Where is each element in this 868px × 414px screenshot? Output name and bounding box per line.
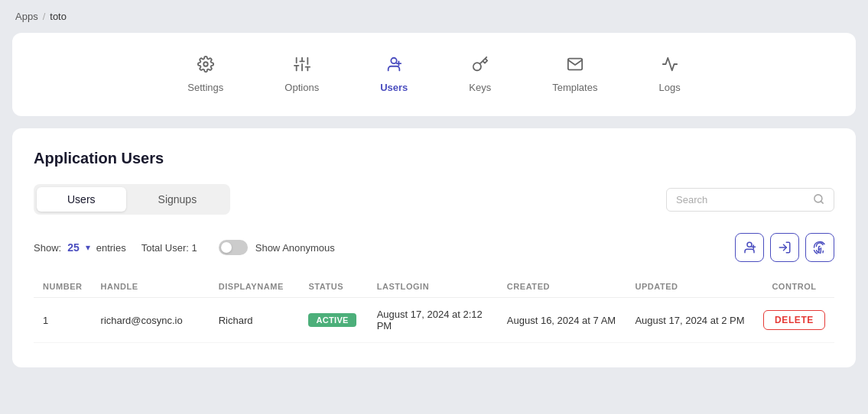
cell-updated: August 17, 2024 at 2 PM (626, 298, 754, 343)
add-user-button[interactable] (735, 233, 764, 262)
cell-handle: richard@cosync.io (92, 298, 210, 343)
total-user-label: Total User: 1 (141, 242, 197, 254)
col-header-updated: UPDATED (626, 276, 754, 298)
tab-signups[interactable]: Signups (128, 187, 228, 212)
fingerprint-button[interactable] (805, 233, 834, 262)
activity-icon (662, 56, 678, 77)
nav-label-options: Options (284, 82, 319, 93)
tab-users[interactable]: Users (37, 187, 126, 212)
col-header-status: STATUS (299, 276, 367, 298)
nav-item-options[interactable]: Options (254, 48, 349, 101)
users-table: NUMBER HANDLE DISPLAYNAME STATUS LASTLOG… (34, 276, 834, 343)
controls-left: Show: 25 ▾ entries Total User: 1 Show An… (34, 240, 335, 255)
col-header-created: CREATED (498, 276, 626, 298)
entries-label: entries (96, 242, 126, 254)
show-label: Show: (34, 242, 61, 254)
key-icon (472, 56, 489, 77)
nav-item-settings[interactable]: Settings (157, 48, 254, 101)
nav-card: Settings Options (12, 33, 856, 116)
controls-row: Show: 25 ▾ entries Total User: 1 Show An… (34, 233, 834, 262)
breadcrumb: Apps / toto (0, 0, 868, 33)
cell-lastlogin: August 17, 2024 at 2:12 PM (368, 298, 498, 343)
table-row: 1 richard@cosync.io Richard ACTIVE Augus… (34, 298, 834, 343)
delete-button[interactable]: DELETE (763, 310, 825, 330)
tab-row: Users Signups (34, 184, 834, 215)
cell-created: August 16, 2024 at 7 AM (498, 298, 626, 343)
col-header-displayname: DISPLAYNAME (210, 276, 300, 298)
page-title: Application Users (34, 150, 834, 167)
gear-icon (197, 56, 214, 77)
user-plus-icon (385, 56, 402, 77)
toggle-thumb (221, 242, 232, 253)
breadcrumb-root[interactable]: Apps (15, 11, 38, 22)
cell-number: 1 (34, 298, 92, 343)
svg-point-10 (392, 58, 397, 63)
cell-control: DELETE (754, 298, 834, 343)
breadcrumb-current: toto (50, 11, 67, 22)
col-header-number: NUMBER (34, 276, 92, 298)
cell-status: ACTIVE (299, 298, 367, 343)
nav-item-users[interactable]: Users (349, 48, 438, 101)
status-badge: ACTIVE (308, 313, 356, 327)
nav-item-keys[interactable]: Keys (438, 48, 522, 101)
col-header-handle: HANDLE (92, 276, 210, 298)
toggle-wrap: Show Anonymous (219, 240, 335, 255)
nav-label-users: Users (380, 82, 408, 93)
nav-item-templates[interactable]: Templates (522, 48, 628, 101)
table-body: 1 richard@cosync.io Richard ACTIVE Augus… (34, 298, 834, 343)
nav-label-logs: Logs (658, 82, 680, 93)
svg-point-15 (747, 242, 752, 247)
anon-toggle[interactable] (219, 240, 248, 255)
table-header: NUMBER HANDLE DISPLAYNAME STATUS LASTLOG… (34, 276, 834, 298)
col-header-lastlogin: LASTLOGIN (368, 276, 498, 298)
cell-displayname: Richard (210, 298, 300, 343)
svg-line-14 (821, 201, 823, 203)
show-count: 25 (67, 241, 80, 254)
nav-label-settings: Settings (187, 82, 223, 93)
breadcrumb-separator: / (43, 11, 46, 22)
main-card: Application Users Users Signups Show: 25… (12, 128, 856, 367)
login-button[interactable] (770, 233, 799, 262)
nav-item-logs[interactable]: Logs (628, 48, 710, 101)
anon-label: Show Anonymous (255, 242, 335, 254)
mail-icon (567, 56, 584, 77)
tab-group: Users Signups (34, 184, 230, 215)
show-count-dropdown[interactable]: ▾ (86, 242, 90, 253)
action-buttons (735, 233, 834, 262)
nav-label-templates: Templates (552, 82, 597, 93)
search-input[interactable] (676, 194, 807, 205)
col-header-control: CONTROL (754, 276, 834, 298)
svg-point-0 (203, 62, 208, 66)
search-box (666, 188, 834, 212)
search-icon (813, 193, 824, 206)
nav-label-keys: Keys (469, 82, 491, 93)
sliders-icon (294, 56, 310, 77)
